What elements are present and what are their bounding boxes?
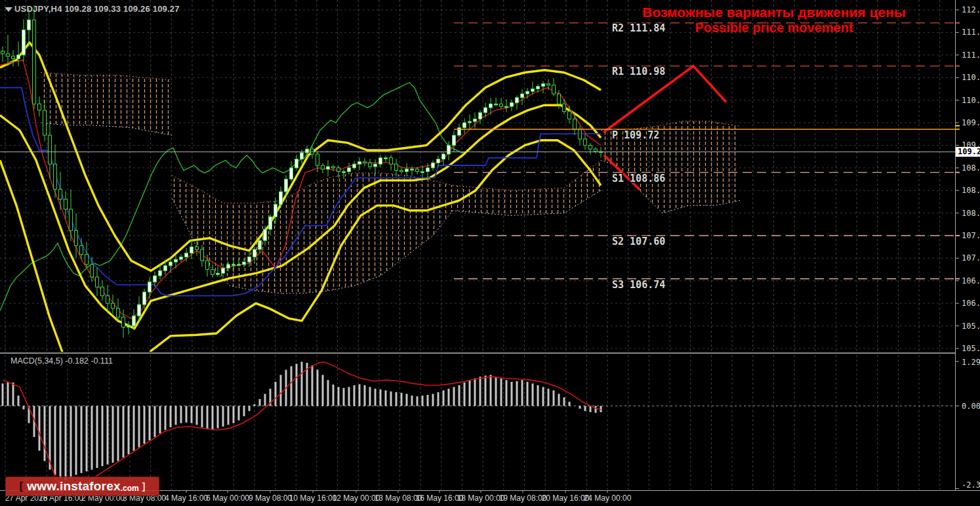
price-axis-label: 107.60 — [962, 231, 980, 240]
candle-bull — [405, 169, 409, 172]
candle-bull — [384, 158, 388, 159]
watermark-text: www.instaforex — [27, 479, 121, 494]
candle-bull — [174, 259, 178, 262]
price-axis-label: 106.70 — [962, 276, 980, 285]
candle-bull — [411, 169, 414, 171]
pivot-label-P: P 109.72 — [612, 129, 659, 141]
candle-bull — [432, 163, 435, 168]
watermark-left-bracket: [ — [20, 480, 24, 493]
candle-bear — [195, 247, 199, 249]
candle-bear — [552, 85, 556, 94]
candle-bull — [148, 282, 152, 292]
candle-bull — [269, 217, 272, 229]
candle-bear — [400, 171, 403, 172]
chart-background — [0, 0, 980, 506]
candle-bear — [568, 112, 571, 119]
candle-bear — [589, 145, 592, 149]
candle-bull — [526, 91, 529, 94]
pivot-label-S2: S2 107.60 — [612, 236, 665, 247]
price-axis-label: 108.95 — [962, 163, 980, 173]
candle-bull — [374, 164, 377, 167]
candle-bull — [264, 229, 267, 240]
candle-bull — [495, 104, 498, 105]
macd-axis-label: 1.29 — [962, 358, 980, 367]
candle-bull — [290, 168, 293, 179]
price-axis-label: 109.85 — [962, 118, 980, 127]
candle-bear — [321, 165, 325, 169]
candle-bull — [510, 102, 514, 106]
time-axis-label: 20 May 16:00 — [542, 494, 590, 503]
candle-bull — [28, 20, 31, 30]
watermark-com: .com — [121, 484, 139, 493]
candle-bull — [358, 161, 361, 164]
time-axis-label: 24 May 00:00 — [584, 494, 632, 503]
candle-bear — [7, 54, 10, 56]
chart-canvas[interactable]: R2 111.84R1 110.98P 109.72S1 108.86S2 10… — [0, 0, 980, 506]
candle-bull — [17, 55, 20, 59]
candle-bull — [22, 30, 26, 55]
candle-bear — [101, 287, 104, 295]
candle-bear — [33, 20, 36, 104]
candle-bull — [216, 273, 220, 274]
candle-bear — [547, 84, 550, 85]
macd-axis-label: 0.00 — [962, 402, 980, 411]
candle-bear — [201, 249, 204, 261]
candle-bull — [342, 172, 346, 173]
candle-bull — [353, 164, 356, 168]
candle-bull — [133, 316, 136, 326]
symbol-dropdown-icon[interactable] — [5, 7, 12, 12]
candle-bear — [369, 163, 372, 167]
candle-bull — [164, 266, 167, 271]
chart-title-ohlc: USDJPY,H4 109.28 109.33 109.26 109.27 — [14, 4, 180, 14]
price-axis-label: 111.65 — [962, 28, 980, 37]
candle-bear — [573, 119, 577, 129]
price-axis-label: 105.80 — [962, 322, 980, 331]
candle-bull — [253, 249, 256, 257]
candle-bear — [54, 164, 57, 189]
candle-bull — [474, 119, 477, 121]
time-axis-label: 9 May 08:00 — [249, 494, 292, 503]
candle-bull — [468, 121, 472, 123]
price-axis-label: 108.05 — [962, 209, 980, 218]
candle-bull — [227, 264, 230, 268]
candle-bull — [127, 326, 131, 327]
candle-bull — [542, 84, 545, 87]
candle-bull — [274, 204, 277, 217]
candle-bull — [169, 262, 173, 266]
candle-bull — [159, 270, 162, 276]
time-axis-label: 19 May 08:00 — [499, 494, 547, 503]
candle-bull — [243, 262, 246, 264]
candle-bull — [484, 108, 487, 113]
candle-bull — [248, 257, 251, 262]
candle-bull — [479, 113, 482, 119]
time-axis-label: 6 May 00:00 — [206, 494, 249, 503]
candle-bull — [463, 123, 466, 128]
candle-bear — [594, 149, 598, 152]
price-axis-label: 110.30 — [962, 96, 980, 105]
macd-axis-label: -2.398 — [962, 480, 980, 490]
candle-bear — [316, 154, 319, 165]
candle-bull — [295, 159, 298, 167]
candle-bull — [348, 168, 351, 172]
watermark-right-bracket: ] — [142, 481, 146, 492]
candle-bear — [558, 94, 561, 104]
time-axis-label: 18 May 00:00 — [457, 494, 505, 503]
candle-bull — [222, 268, 225, 274]
price-axis-label: 111.20 — [962, 51, 980, 60]
candle-bull — [180, 257, 183, 259]
candle-bear — [332, 167, 335, 168]
candle-bull — [426, 168, 430, 172]
candle-bull — [232, 264, 235, 266]
candle-bull — [442, 154, 445, 159]
candle-bear — [106, 296, 110, 303]
candle-bear — [49, 135, 52, 164]
pane-separator[interactable] — [0, 352, 956, 354]
annotation-en: Possible price movement — [623, 20, 925, 35]
candle-bear — [64, 200, 68, 209]
candle-bull — [285, 179, 288, 192]
time-axis-label: 12 May 00:00 — [333, 494, 380, 503]
candle-bear — [579, 129, 582, 139]
candle-bear — [70, 209, 73, 230]
candle-bear — [395, 164, 398, 171]
candle-bear — [85, 255, 89, 264]
